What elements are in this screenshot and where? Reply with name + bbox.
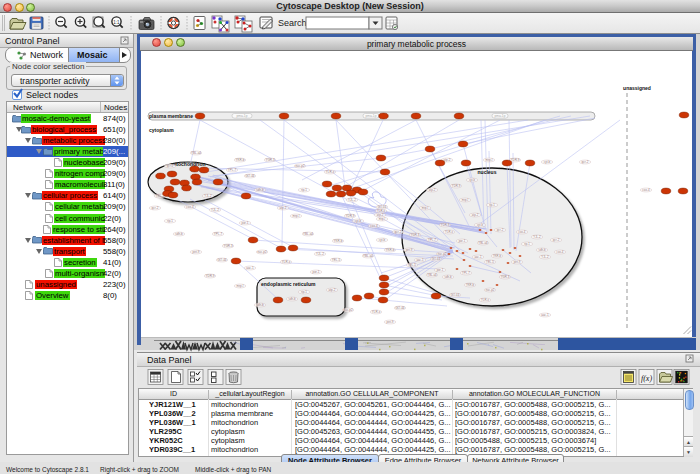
svg-text:aac-1: aac-1 [417,258,424,262]
svg-text:YKR-b: YKR-b [334,239,343,243]
svg-text:aac-1: aac-1 [246,266,254,270]
svg-text:YKR-b: YKR-b [466,283,475,287]
svg-text:cyt-b: cyt-b [355,219,362,223]
svg-text:nucleus: nucleus [478,169,497,175]
svg-text:YKR-b: YKR-b [386,248,395,252]
svg-text:YJL-2: YJL-2 [533,235,541,239]
svg-text:cyt-b: cyt-b [477,223,484,227]
svg-text:YJL-2: YJL-2 [541,255,549,259]
svg-text:YPL-7: YPL-7 [428,238,436,242]
svg-text:cyt-b: cyt-b [544,160,551,164]
svg-text:sdh-b: sdh-b [539,248,546,252]
svg-text:pet-9: pet-9 [406,248,413,252]
svg-text:mrp-l: mrp-l [293,214,300,218]
svg-text:GO-44: GO-44 [451,293,460,297]
svg-text:rip-1: rip-1 [524,242,530,246]
svg-text:YLR-x: YLR-x [282,260,291,264]
svg-text:sdh-b: sdh-b [175,232,183,236]
svg-text:pet-9: pet-9 [193,250,200,254]
svg-text:pma-1p: pma-1p [237,114,248,118]
svg-text:rip-1: rip-1 [167,219,173,223]
svg-text:GO-44: GO-44 [245,174,254,178]
svg-text:aac-1: aac-1 [541,313,549,317]
svg-text:nuc-p2: nuc-p2 [438,252,447,256]
svg-text:qcr-2: qcr-2 [167,164,174,168]
svg-text:sdh-b: sdh-b [256,188,264,192]
svg-text:YDR-9: YDR-9 [205,274,214,278]
svg-text:aac-1: aac-1 [475,255,482,259]
svg-text:mrp-l: mrp-l [462,198,469,202]
svg-text:YBL-a4: YBL-a4 [303,232,313,236]
svg-text:mrp-l: mrp-l [486,158,493,162]
svg-text:YJL-2: YJL-2 [211,208,219,212]
svg-text:atp-2: atp-2 [472,213,479,217]
svg-text:cox-4: cox-4 [370,224,378,228]
svg-text:por-1: por-1 [437,268,444,272]
svg-text:mrp-l: mrp-l [237,284,244,288]
svg-text:YBL-a4: YBL-a4 [363,254,373,258]
svg-text:cox-4: cox-4 [519,230,526,234]
svg-text:cox-4: cox-4 [186,205,194,209]
svg-text:rip-1: rip-1 [301,290,307,294]
svg-text:atp-2: atp-2 [444,158,451,162]
svg-text:mrp-l: mrp-l [422,206,429,210]
svg-text:1:1: 1:1 [113,20,120,25]
svg-text:YGR-3: YGR-3 [223,244,233,248]
svg-text:Search:: Search: [278,18,309,28]
svg-text:cytoplasm: cytoplasm [149,127,174,133]
svg-text:GO-44: GO-44 [432,257,441,261]
svg-text:pet-9: pet-9 [387,320,394,324]
svg-text:plasma membrane: plasma membrane [149,113,193,119]
svg-text:qcr-2: qcr-2 [553,238,560,242]
svg-text:cyt-b: cyt-b [469,178,476,182]
svg-text:YKR-b: YKR-b [493,254,502,258]
svg-text:YDR-9: YDR-9 [452,184,461,188]
svg-text:YBL-a4: YBL-a4 [191,151,201,155]
svg-text:pma-1p: pma-1p [495,114,506,118]
svg-text:nuc-p2: nuc-p2 [257,250,267,254]
svg-text:YEL-5: YEL-5 [332,258,341,262]
svg-text:atp-2: atp-2 [429,188,436,192]
svg-text:endoplasmic reticulum: endoplasmic reticulum [261,281,316,287]
svg-text:YLR-x: YLR-x [445,230,453,234]
svg-text:YEL-5: YEL-5 [486,260,494,264]
svg-text:YDR-9: YDR-9 [510,158,519,162]
svg-text:sdh-b: sdh-b [256,303,264,307]
svg-text:qcr-2: qcr-2 [582,160,589,164]
svg-text:por-1: por-1 [241,221,248,225]
svg-text:cyt-b: cyt-b [379,238,386,242]
svg-text:YDR-9: YDR-9 [345,214,354,218]
svg-text:YBL-a4: YBL-a4 [478,241,488,245]
svg-text:nuc-p2: nuc-p2 [343,308,353,312]
svg-text:rip-1: rip-1 [301,188,307,192]
svg-text:YJL-2: YJL-2 [204,194,212,198]
svg-text:YKR-b: YKR-b [236,158,245,162]
svg-text:por-1: por-1 [459,239,466,243]
svg-text:YGR-3: YGR-3 [265,158,275,162]
svg-text:YBL-a4: YBL-a4 [427,273,437,277]
svg-text:sdh-b: sdh-b [289,297,296,301]
svg-text:mrp-l: mrp-l [379,217,386,221]
svg-text:YLR-x: YLR-x [372,310,381,314]
svg-text:GO-44: GO-44 [395,306,404,310]
svg-text:YLR-x: YLR-x [326,170,335,174]
svg-text:pet-9: pet-9 [514,260,521,264]
svg-text:GO-44: GO-44 [217,258,226,262]
svg-text:YLR-x: YLR-x [481,298,489,302]
svg-text:atp-2: atp-2 [280,206,287,210]
svg-text:qcr-2: qcr-2 [395,230,402,234]
svg-text:sdh-b: sdh-b [445,275,452,279]
svg-text:nuc-p2: nuc-p2 [486,288,495,292]
svg-text:f(x): f(x) [641,374,652,383]
svg-text:qcr-2: qcr-2 [497,228,504,232]
svg-text:YDR-9: YDR-9 [441,223,450,227]
svg-text:YPL-7: YPL-7 [228,168,237,172]
svg-text:YJL-2: YJL-2 [316,252,324,256]
svg-text:qcr-2: qcr-2 [152,206,159,210]
svg-text:cox-4: cox-4 [642,188,650,192]
svg-text:YGR-3: YGR-3 [411,233,420,237]
svg-text:YPL-7: YPL-7 [462,271,470,275]
svg-text:YEL-5: YEL-5 [408,263,416,267]
svg-text:rip-1: rip-1 [489,203,495,207]
svg-text:pma-1p: pma-1p [366,114,377,118]
